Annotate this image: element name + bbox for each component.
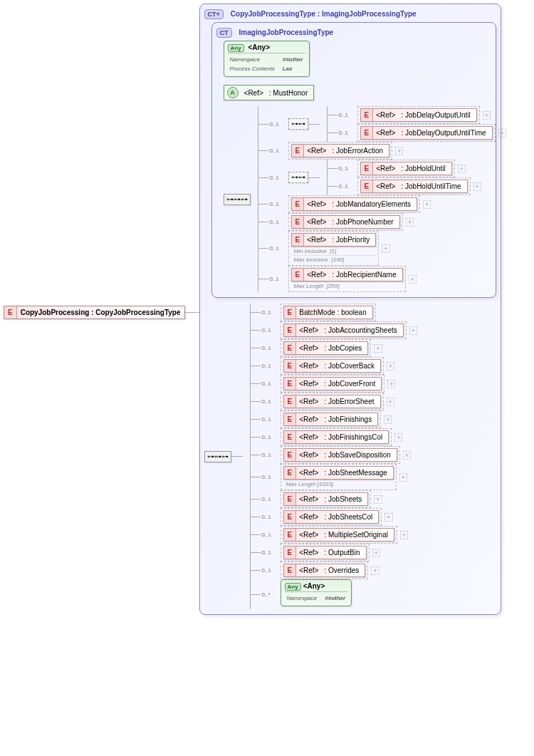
ref-label: <Ref> xyxy=(241,87,266,99)
expand-icon[interactable]: + xyxy=(384,415,392,424)
element-joberroraction[interactable]: E<Ref>: JobErrorAction xyxy=(288,142,393,160)
occurrence: 0..1 xyxy=(262,567,278,574)
occurrence: 0..1 xyxy=(262,309,278,316)
element-jobsheetmessage[interactable]: E<Ref>: JobSheetMessageMax Length [1023] xyxy=(281,464,397,490)
occurrence: 0..1 xyxy=(270,201,286,207)
expand-icon[interactable]: + xyxy=(374,344,382,353)
expand-icon[interactable]: + xyxy=(409,326,417,335)
expand-icon[interactable]: + xyxy=(387,380,395,388)
element-badge: E xyxy=(4,306,17,319)
element-joberrorsheet[interactable]: E<Ref>: JobErrorSheet xyxy=(281,393,384,410)
outer-child-4: 0..1E<Ref>: JobCoverFront+ xyxy=(251,375,496,393)
element-jobphonenumber[interactable]: E<Ref>: JobPhoneNumber xyxy=(288,213,403,231)
choice-compositor[interactable]: ⊶⊶ xyxy=(288,118,308,130)
outer-child-12: 0..1E<Ref>: MultipleSetOriginal+ xyxy=(251,526,496,544)
outer-child-11: 0..1E<Ref>: JobSheetsCol+ xyxy=(251,508,496,526)
element-jobsheets[interactable]: E<Ref>: JobSheets xyxy=(281,490,372,508)
any-badge: Any xyxy=(228,44,244,52)
occurrence: 0..1 xyxy=(270,276,286,282)
occurrence: 0..1 xyxy=(262,452,278,458)
expand-icon[interactable]: + xyxy=(371,566,379,575)
outer-child-6: 0..1E<Ref>: JobFinishings+ xyxy=(251,410,496,428)
outer-child-8: 0..1E<Ref>: JobSaveDisposition+ xyxy=(251,446,496,464)
expand-icon[interactable]: + xyxy=(498,129,506,138)
outer-child-10: 0..1E<Ref>: JobSheets+ xyxy=(251,490,496,508)
occurrence: 0..1 xyxy=(262,532,278,538)
element-jobrecipientname[interactable]: E<Ref>: JobRecipientName Max Length [255… xyxy=(288,266,406,292)
choice-icon: ⊶⊶ xyxy=(291,174,305,181)
element-jobmandatoryelements[interactable]: E<Ref>: JobMandatoryElements xyxy=(288,195,421,213)
occurrence: 0..1 xyxy=(262,380,278,387)
expand-icon[interactable]: + xyxy=(409,275,417,284)
sequence-compositor[interactable]: ⊶⊶⊶ xyxy=(204,451,231,462)
element-jobholduntiltime[interactable]: E<Ref>: JobHoldUntilTime xyxy=(357,177,471,195)
attr-name: : MustHonor xyxy=(266,87,313,99)
element-jobcoverback[interactable]: E<Ref>: JobCoverBack xyxy=(281,357,384,375)
occurrence: 0..1 xyxy=(262,398,278,405)
occurrence: 0..1 xyxy=(262,345,278,351)
element-jobholduntil[interactable]: E<Ref>: JobHoldUntil xyxy=(357,160,455,177)
expand-icon[interactable]: + xyxy=(394,433,402,442)
sequence-compositor[interactable]: ⊶⊶⊶ xyxy=(224,194,251,205)
outer-ct-title: CopyJobProcessingType : ImagingJobProces… xyxy=(228,9,419,19)
expand-icon[interactable]: + xyxy=(374,495,382,504)
any-wildcard[interactable]: Any<Any>Namespace##other xyxy=(281,579,352,606)
occurrence: 0..* xyxy=(262,591,278,598)
ct-badge: CT+ xyxy=(204,9,224,19)
element-jobfinishings[interactable]: E<Ref>: JobFinishings xyxy=(281,410,382,428)
occurrence: 0..1 xyxy=(262,327,278,333)
choice-compositor[interactable]: ⊶⊶ xyxy=(288,172,308,183)
outer-child-13: 0..1E<Ref>: OutputBin+ xyxy=(251,544,496,561)
expand-icon[interactable]: + xyxy=(473,182,481,191)
any-wildcard-bottom: 0..*Any<Any>Namespace##other xyxy=(251,579,496,609)
expand-icon[interactable]: + xyxy=(387,362,394,371)
element-overrides[interactable]: E<Ref>: Overrides xyxy=(281,561,369,579)
expand-icon[interactable]: + xyxy=(458,165,466,173)
occurrence: 0..1 xyxy=(262,549,278,556)
occurrence: 0..1 xyxy=(262,416,278,423)
occurrence: 0..1 xyxy=(262,474,278,480)
occurrence: 0..1 xyxy=(270,175,286,181)
expand-icon[interactable]: + xyxy=(403,451,411,460)
expand-icon[interactable]: + xyxy=(423,200,431,209)
occurrence: 0..1 xyxy=(262,514,278,520)
outer-complextype: CT+ CopyJobProcessingType : ImagingJobPr… xyxy=(199,4,501,615)
element-jobcoverfront[interactable]: E<Ref>: JobCoverFront xyxy=(281,375,385,393)
element-batchmodeboolean[interactable]: EBatchMode : boolean xyxy=(281,304,376,321)
expand-icon[interactable]: + xyxy=(372,549,380,557)
expand-icon[interactable]: + xyxy=(400,531,408,539)
element-outputbin[interactable]: E<Ref>: OutputBin xyxy=(281,544,370,561)
occurrence: 0..1 xyxy=(270,245,286,252)
element-jobdelayoutputuntiltime[interactable]: E<Ref>: JobDelayOutputUntilTime xyxy=(357,124,496,142)
element-jobdelayoutputuntil[interactable]: E<Ref>: JobDelayOutputUntil xyxy=(357,106,480,124)
outer-child-9: 0..1E<Ref>: JobSheetMessageMax Length [1… xyxy=(251,464,496,490)
expand-icon[interactable]: + xyxy=(406,218,414,227)
element-jobcopies[interactable]: E<Ref>: JobCopies xyxy=(281,339,372,357)
attribute-ref-musthonor[interactable]: A <Ref> : MustHonor xyxy=(224,85,315,100)
element-jobsheetscol[interactable]: E<Ref>: JobSheetsCol xyxy=(281,508,382,526)
attr-badge: A xyxy=(227,87,239,98)
element-jobfinishingscol[interactable]: E<Ref>: JobFinishingsCol xyxy=(281,428,392,446)
outer-child-1: 0..1E<Ref>: JobAccountingSheets+ xyxy=(251,321,496,339)
occurrence: 0..1 xyxy=(270,219,286,225)
expand-icon[interactable]: + xyxy=(382,244,389,253)
root-element[interactable]: E CopyJobProcessing : CopyJobProcessingT… xyxy=(4,306,185,319)
diagram-root: E CopyJobProcessing : CopyJobProcessingT… xyxy=(4,4,534,621)
any-wildcard[interactable]: Any <Any> Namespace##other Process Conte… xyxy=(224,41,310,77)
outer-child-0: 0..1EBatchMode : boolean xyxy=(251,304,496,321)
expand-icon[interactable]: + xyxy=(483,111,491,120)
element-jobsavedisposition[interactable]: E<Ref>: JobSaveDisposition xyxy=(281,446,400,464)
element-multiplesetoriginal[interactable]: E<Ref>: MultipleSetOriginal xyxy=(281,526,397,544)
outer-child-2: 0..1E<Ref>: JobCopies+ xyxy=(251,339,496,357)
element-jobpriority[interactable]: E<Ref>: JobPriority Min Inclusive [1] Ma… xyxy=(288,231,379,266)
expand-icon[interactable]: + xyxy=(384,513,392,522)
expand-icon[interactable]: + xyxy=(395,147,403,155)
outer-child-7: 0..1E<Ref>: JobFinishingsCol+ xyxy=(251,428,496,446)
occurrence: 0..1 xyxy=(339,112,355,118)
occurrence: 0..1 xyxy=(262,363,278,369)
element-jobaccountingsheets[interactable]: E<Ref>: JobAccountingSheets xyxy=(281,321,407,339)
occurrence: 0..1 xyxy=(262,496,278,502)
expand-icon[interactable]: + xyxy=(387,398,394,406)
expand-icon[interactable]: + xyxy=(399,473,407,482)
occurrence: 0..1 xyxy=(339,165,355,172)
